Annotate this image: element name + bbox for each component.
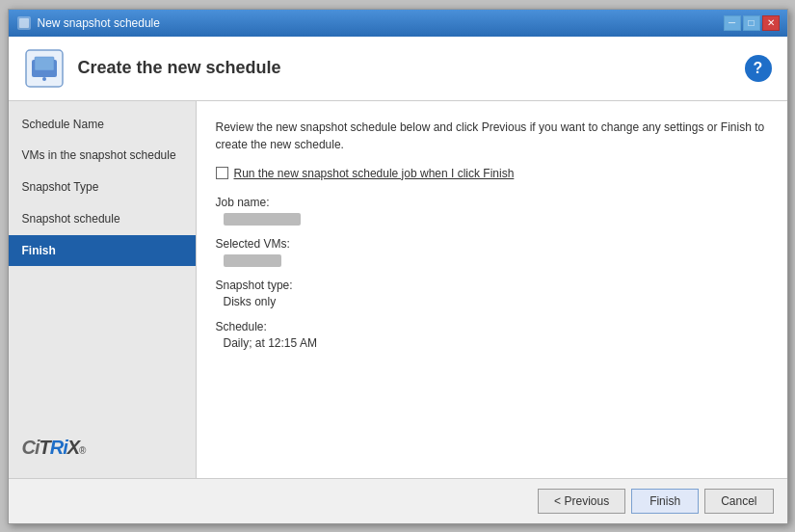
checkbox-row[interactable]: Run the new snapshot schedule job when I…	[216, 167, 768, 180]
maximize-button[interactable]: □	[743, 15, 760, 31]
main-window: New snapshot schedule ─ □ ✕ Create the n…	[8, 9, 788, 524]
instruction-text: Review the new snapshot schedule below a…	[216, 119, 768, 153]
sidebar: Schedule Name VMs in the snapshot schedu…	[9, 101, 197, 478]
run-job-checkbox[interactable]	[216, 167, 228, 179]
close-button[interactable]: ✕	[762, 15, 780, 31]
minimize-button[interactable]: ─	[724, 15, 741, 31]
previous-button[interactable]: < Previous	[538, 489, 625, 514]
sidebar-item-snapshot-type[interactable]: Snapshot Type	[9, 172, 196, 203]
main-panel: Review the new snapshot schedule below a…	[197, 101, 787, 478]
page-title: Create the new schedule	[78, 58, 745, 78]
snapshot-type-value: Disks only	[216, 295, 768, 308]
window-icon	[16, 15, 32, 31]
content-area: Schedule Name VMs in the snapshot schedu…	[9, 101, 787, 478]
sidebar-items-list: Schedule Name VMs in the snapshot schedu…	[9, 109, 196, 425]
job-name-section: Job name:	[216, 196, 768, 226]
header-area: Create the new schedule ?	[9, 37, 787, 101]
sidebar-item-vms-snapshot[interactable]: VMs in the snapshot schedule	[9, 140, 196, 172]
job-name-label: Job name:	[216, 196, 768, 209]
finish-button[interactable]: Finish	[631, 489, 699, 514]
header-icon	[24, 48, 65, 89]
selected-vms-section: Selected VMs:	[216, 237, 768, 267]
svg-point-5	[42, 77, 46, 81]
svg-rect-1	[19, 18, 29, 28]
job-name-value	[216, 212, 768, 226]
help-button[interactable]: ?	[745, 55, 772, 82]
selected-vms-blurred	[224, 254, 281, 267]
sidebar-item-finish[interactable]: Finish	[9, 235, 196, 267]
sidebar-footer: Schedule Name VMs in the snapshot schedu…	[9, 109, 196, 470]
selected-vms-label: Selected VMs:	[216, 237, 768, 251]
footer-area: < Previous Finish Cancel	[9, 478, 787, 523]
svg-rect-4	[35, 57, 54, 70]
title-bar-text: New snapshot schedule	[38, 16, 724, 30]
sidebar-item-snapshot-schedule[interactable]: Snapshot schedule	[9, 203, 196, 235]
selected-vms-value	[216, 253, 768, 267]
sidebar-item-schedule-name[interactable]: Schedule Name	[9, 109, 196, 141]
run-job-label: Run the new snapshot schedule job when I…	[234, 167, 515, 180]
schedule-label: Schedule:	[216, 320, 768, 333]
schedule-section: Schedule: Daily; at 12:15 AM	[216, 320, 768, 350]
job-name-blurred	[224, 213, 301, 226]
snapshot-type-section: Snapshot type: Disks only	[216, 279, 768, 308]
title-bar: New snapshot schedule ─ □ ✕	[9, 10, 787, 37]
schedule-value: Daily; at 12:15 AM	[216, 336, 768, 350]
snapshot-type-label: Snapshot type:	[216, 279, 768, 292]
cancel-button[interactable]: Cancel	[704, 489, 773, 514]
title-bar-controls: ─ □ ✕	[724, 15, 780, 31]
citrix-logo: CiTRiX®	[9, 425, 196, 470]
